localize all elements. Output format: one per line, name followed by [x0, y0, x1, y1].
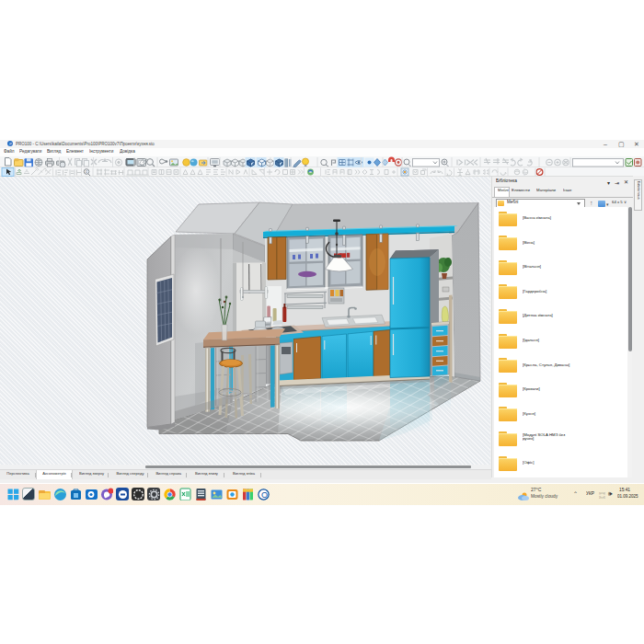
svg-text:α: α: [86, 169, 88, 174]
svg-text:O: O: [261, 490, 268, 500]
